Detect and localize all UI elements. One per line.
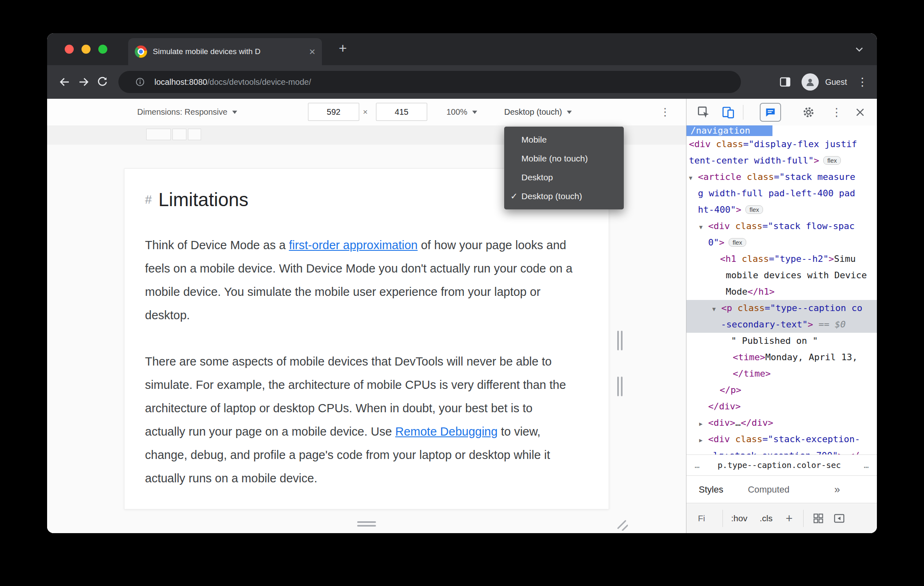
device-toolbar-toggle-icon[interactable] (722, 106, 735, 119)
expand-arrow-icon[interactable]: ▼ (699, 219, 708, 235)
reload-button[interactable] (93, 73, 112, 91)
viewport-resize-handle-corner[interactable] (616, 519, 628, 532)
device-toolbar-menu-icon[interactable]: ⋮ (660, 99, 670, 125)
close-window-button[interactable] (65, 45, 74, 54)
profile-avatar[interactable] (802, 73, 819, 91)
toggle-element-state-button[interactable]: :hov (731, 513, 747, 523)
zoom-select[interactable]: 100% (446, 99, 477, 125)
tab-styles[interactable]: Styles (699, 484, 723, 495)
more-tabs-icon[interactable]: » (834, 484, 840, 495)
dom-tree-line[interactable]: </time> (686, 366, 877, 382)
tab-strip: Simulate mobile devices with D × + (47, 33, 877, 65)
toggle-sidebar-icon[interactable] (833, 512, 845, 525)
code-token: ="stack measure (774, 172, 855, 182)
flex-badge[interactable]: flex (823, 156, 841, 165)
device-menu-item[interactable]: Mobile (no touch) (504, 149, 624, 168)
dom-tree-line[interactable]: -secondary-text"> == $0 (686, 316, 877, 333)
viewport-resize-handle-right[interactable] (617, 331, 624, 350)
breadcrumb-selected-crumb[interactable]: p.type--caption.color-sec (718, 460, 841, 470)
minimize-window-button[interactable] (82, 45, 91, 54)
viewport-height-input[interactable]: 415 (376, 103, 427, 121)
side-panel-icon[interactable] (779, 75, 792, 89)
code-token: … (735, 418, 741, 428)
code-token: ht-400" (698, 204, 736, 215)
expand-arrow-icon[interactable]: ▶ (699, 416, 708, 432)
first-order-approximation-link[interactable]: first-order approximation (289, 238, 417, 252)
element-classes-button[interactable]: .cls (760, 513, 773, 523)
tab-search-chevron-icon[interactable] (853, 43, 865, 57)
fullscreen-window-button[interactable] (98, 45, 107, 54)
dom-tree-line[interactable]: g width-full pad-left-400 pad (686, 185, 877, 202)
new-style-rule-button[interactable]: + (786, 512, 793, 525)
remote-debugging-link[interactable]: Remote Debugging (395, 425, 498, 438)
address-bar[interactable]: localhost:8080/docs/devtools/device-mode… (118, 71, 741, 93)
heading-anchor-hash[interactable]: # (145, 193, 152, 207)
settings-gear-icon[interactable] (802, 105, 815, 119)
device-menu-item[interactable]: ✓Desktop (touch) (504, 187, 624, 206)
grid-icon[interactable] (813, 513, 824, 524)
expand-arrow-icon[interactable]: ▼ (712, 301, 721, 317)
code-token: <div> (708, 418, 735, 428)
dom-tree-line[interactable]: <div class="display-flex justif (686, 136, 877, 152)
device-menu-item-label: Mobile (521, 135, 547, 145)
back-button[interactable] (55, 73, 74, 91)
dom-tree-line[interactable]: ▼<article class="stack measure (686, 169, 877, 185)
device-type-select[interactable]: Desktop (touch) (504, 99, 572, 125)
dom-tree-line[interactable]: Mode</h1> (686, 284, 877, 300)
styles-filter-input[interactable]: Fi (698, 513, 722, 523)
sidebar-tabs: Styles Computed » (686, 475, 877, 503)
viewport-resize-handle-bottom[interactable] (357, 521, 376, 527)
browser-menu-icon[interactable]: ⋮ (857, 75, 868, 89)
site-info-icon[interactable] (131, 73, 149, 91)
dom-tree-line[interactable]: /navigation (686, 125, 877, 136)
dom-tree-line[interactable]: ▶<div class="stack-exception- (686, 431, 877, 447)
expand-arrow-icon[interactable]: ▼ (689, 170, 698, 186)
viewport-resize-handle-right[interactable] (617, 377, 624, 396)
dom-tree-line[interactable]: ht-400">flex (686, 202, 877, 218)
breadcrumb-overflow-right[interactable]: … (864, 460, 869, 470)
dom-tree-line[interactable]: </div> (686, 398, 877, 415)
forward-button[interactable] (74, 73, 93, 91)
messages-button[interactable] (760, 103, 781, 122)
devtools-menu-icon[interactable]: ⋮ (831, 106, 842, 119)
flex-badge[interactable]: flex (745, 205, 763, 214)
dom-tree-line[interactable]: </p> (686, 382, 877, 398)
dom-tree-line[interactable]: mobile devices with Device (686, 267, 877, 284)
dimensions-select[interactable]: Dimensions: Responsive (137, 99, 237, 125)
code-token: ="stack-exception- (762, 434, 860, 444)
dom-tree-line[interactable]: <h1 class="type--h2">Simu (686, 251, 877, 267)
device-menu-item[interactable]: Mobile (504, 130, 624, 149)
devtools-divider[interactable] (686, 99, 686, 533)
dom-tree-line[interactable]: 0">flex (686, 234, 877, 251)
toolbar-separator (743, 105, 743, 120)
flex-badge[interactable]: flex (729, 238, 746, 247)
device-menu-item-label: Mobile (no touch) (521, 154, 588, 164)
page-content: # Limitations Think of Device Mode as a … (124, 168, 609, 509)
dom-tree-line[interactable]: tent-center width-full">flex (686, 152, 877, 169)
profile-name: Guest (825, 77, 847, 87)
dom-tree-line[interactable]: " Published on " (686, 333, 877, 349)
tab-close-icon[interactable]: × (309, 46, 315, 57)
breadcrumb: … p.type--caption.color-sec … (686, 454, 877, 475)
device-menu-item[interactable]: Desktop (504, 168, 624, 187)
expand-arrow-icon[interactable]: ▶ (699, 432, 708, 448)
ruler-segment (172, 129, 186, 140)
dom-tree-line[interactable]: ▼<p class="type--caption co (686, 300, 877, 316)
dom-tree-line[interactable]: ▶<div>…</div> (686, 415, 877, 431)
dom-tree-line[interactable]: lg:stack-exception-700"> </ (686, 447, 877, 454)
code-token: -secondary-text" (721, 319, 808, 329)
dom-tree-line[interactable]: ▼<div class="stack flow-spac (686, 218, 877, 234)
browser-tab[interactable]: Simulate mobile devices with D × (128, 38, 322, 65)
devtools-close-icon[interactable] (854, 107, 866, 118)
tab-computed[interactable]: Computed (748, 484, 790, 495)
new-tab-button[interactable]: + (335, 40, 350, 56)
breadcrumb-overflow-left[interactable]: … (695, 460, 700, 470)
paragraph-text: Think of Device Mode as a (145, 238, 289, 252)
code-token: class (735, 434, 762, 444)
code-token: </div> (741, 418, 773, 428)
viewport-width-input[interactable]: 592 (308, 103, 359, 121)
inspect-element-icon[interactable] (697, 106, 710, 119)
dom-tree-line[interactable]: <time>Monday, April 13, (686, 349, 877, 366)
url-text: localhost:8080/docs/devtools/device-mode… (154, 77, 311, 87)
code-token: /navigation (686, 125, 772, 136)
